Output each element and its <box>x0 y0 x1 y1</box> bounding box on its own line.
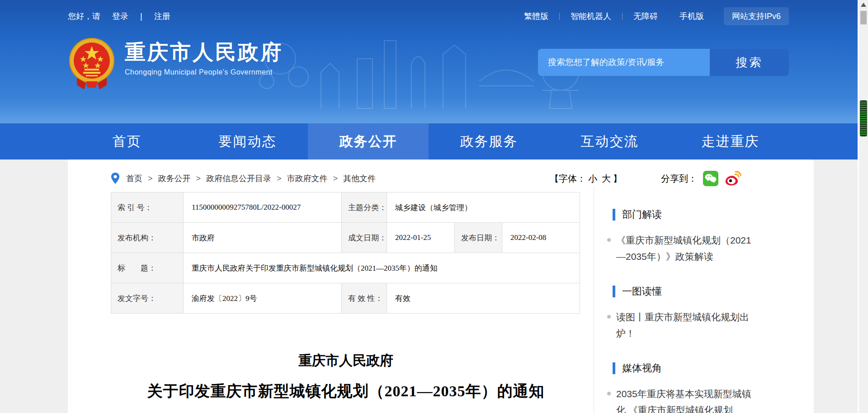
breadcrumb-separator: > <box>333 174 338 183</box>
sidebar-link-text: 《重庆市新型城镇化规划（2021—2035年）》政策解读 <box>616 232 760 265</box>
site-logo[interactable]: 重庆市人民政府 Chongqing Municipal People's Gov… <box>68 36 283 90</box>
sidebar-section-infographic: 一图读懂 <box>613 285 805 298</box>
doc-number-label: 发文字号： <box>111 283 184 314</box>
sidebar: 部门解读 《重庆市新型城镇化规划（2021—2035年）》政策解读 一图读懂 读… <box>604 208 805 413</box>
issuing-agency-label: 发布机构： <box>111 223 184 253</box>
section-title: 一图读懂 <box>622 285 662 298</box>
national-emblem-icon <box>68 36 116 90</box>
scrollbar-marker-widget <box>860 100 867 136</box>
breadcrumb-separator: > <box>277 174 282 183</box>
table-row: 标 题： 重庆市人民政府关于印发重庆市新型城镇化规划（2021—2035年）的通… <box>111 253 580 283</box>
login-link[interactable]: 登录 <box>112 11 128 22</box>
font-tool-prefix: 【字体： <box>550 173 586 185</box>
nav-item-interaction[interactable]: 互动交流 <box>549 123 670 160</box>
scroll-up-arrow-icon[interactable] <box>861 3 866 7</box>
breadcrumb-gov-disclosure[interactable]: 政务公开 <box>158 173 191 184</box>
document-issuer-title: 重庆市人民政府 <box>111 352 581 370</box>
smart-robot-link[interactable]: 智能机器人 <box>560 11 622 22</box>
font-tool-suffix: 】 <box>613 173 622 185</box>
breadcrumb-city-documents[interactable]: 市政府文件 <box>287 173 328 184</box>
title-label: 标 题： <box>111 253 184 283</box>
sidebar-link-text: 读图丨重庆市新型城镇化规划出炉！ <box>616 309 760 342</box>
section-title: 部门解读 <box>622 208 662 221</box>
breadcrumb-info-catalog[interactable]: 政府信息公开目录 <box>206 173 271 184</box>
site-title: 重庆市人民政府 <box>125 40 283 65</box>
search-box: 搜索 <box>538 49 789 76</box>
breadcrumb-home[interactable]: 首页 <box>126 173 142 184</box>
validity-label: 有 效 性： <box>342 283 387 314</box>
breadcrumb-separator: > <box>148 174 153 183</box>
share-label: 分享到： <box>661 173 697 185</box>
nav-item-about-chongqing[interactable]: 走进重庆 <box>670 123 791 160</box>
document-heading: 重庆市人民政府 关于印发重庆市新型城镇化规划（2021—2035年）的通知 渝府… <box>111 352 581 413</box>
table-row: 索 引 号： 11500000009275780L/2022-00027 主题分… <box>111 192 580 223</box>
font-size-tool: 【字体： 小 大 】 <box>550 173 622 185</box>
written-date-value: 2022-01-25 <box>387 223 455 253</box>
font-small-button[interactable]: 小 <box>588 173 597 185</box>
location-pin-icon <box>111 172 120 185</box>
sidebar-section-department-interpretation: 部门解读 <box>613 208 805 221</box>
main-nav: 首页 要闻动态 政务公开 政务服务 互动交流 走进重庆 <box>0 123 858 160</box>
search-input[interactable] <box>538 49 710 76</box>
publish-date-label: 发布日期： <box>455 223 502 253</box>
nav-item-news[interactable]: 要闻动态 <box>187 123 308 160</box>
main-content: 首页 > 政务公开 > 政府信息公开目录 > 市政府文件 > 其他文件 【字体：… <box>0 160 858 413</box>
scrollbar-thumb[interactable] <box>860 11 867 24</box>
top-utility-bar: 您好，请 登录 | 注册 繁體版 智能机器人 无障碍 手机版 网站支持IPv6 <box>0 0 858 33</box>
weibo-share-icon[interactable] <box>724 170 741 187</box>
vertical-scrollbar[interactable] <box>859 0 868 413</box>
nav-item-gov-services[interactable]: 政务服务 <box>429 123 549 160</box>
sidebar-link-media-article[interactable]: 2035年重庆将基本实现新型城镇化 《重庆市新型城镇化规划（2021—2035年… <box>604 386 805 413</box>
index-number-label: 索 引 号： <box>111 192 184 223</box>
search-button[interactable]: 搜索 <box>710 49 789 76</box>
bullet-dot-icon <box>607 238 611 242</box>
sidebar-section-media-view: 媒体视角 <box>613 361 805 375</box>
mobile-version-link[interactable]: 手机版 <box>669 11 715 22</box>
topic-category-label: 主题分类： <box>342 192 387 223</box>
nav-item-gov-disclosure[interactable]: 政务公开 <box>308 123 429 160</box>
sidebar-link-text: 2035年重庆将基本实现新型城镇化 《重庆市新型城镇化规划（2021—2035年… <box>616 386 760 413</box>
sidebar-link-policy-interpretation[interactable]: 《重庆市新型城镇化规划（2021—2035年）》政策解读 <box>604 232 805 265</box>
sidebar-divider <box>594 187 594 413</box>
register-link[interactable]: 注册 <box>154 11 170 22</box>
written-date-label: 成文日期： <box>342 223 387 253</box>
sidebar-link-infographic[interactable]: 读图丨重庆市新型城镇化规划出炉！ <box>604 309 805 342</box>
login-register-divider: | <box>140 12 142 21</box>
table-row: 发文字号： 渝府发〔2022〕9号 有 效 性： 有效 <box>111 283 580 314</box>
breadcrumb: 首页 > 政务公开 > 政府信息公开目录 > 市政府文件 > 其他文件 【字体：… <box>111 169 741 188</box>
publish-date-value: 2022-02-08 <box>502 223 580 253</box>
table-row: 发布机构： 市政府 成文日期： 2022-01-25 发布日期： 2022-02… <box>111 223 580 253</box>
breadcrumb-other-documents[interactable]: 其他文件 <box>343 173 376 184</box>
greeting-text: 您好，请 <box>68 11 100 22</box>
section-accent-bar <box>613 286 615 297</box>
nav-item-home[interactable]: 首页 <box>66 123 187 160</box>
accessibility-link[interactable]: 无障碍 <box>623 11 669 22</box>
bullet-dot-icon <box>607 392 611 395</box>
section-accent-bar <box>613 209 615 221</box>
section-title: 媒体视角 <box>622 361 662 375</box>
title-value: 重庆市人民政府关于印发重庆市新型城镇化规划（2021—2035年）的通知 <box>184 253 580 283</box>
content-card: 首页 > 政务公开 > 政府信息公开目录 > 市政府文件 > 其他文件 【字体：… <box>68 160 814 413</box>
issuing-agency-value: 市政府 <box>184 223 342 253</box>
doc-number-value: 渝府发〔2022〕9号 <box>184 283 342 314</box>
bullet-dot-icon <box>607 315 611 319</box>
document-main-title: 关于印发重庆市新型城镇化规划（2021—2035年）的通知 <box>111 381 581 402</box>
site-subtitle: Chongqing Municipal People's Government <box>125 68 283 76</box>
section-accent-bar <box>613 362 615 374</box>
wechat-share-icon[interactable] <box>703 170 719 187</box>
font-large-button[interactable]: 大 <box>602 173 611 185</box>
index-number-value: 11500000009275780L/2022-00027 <box>184 192 342 223</box>
validity-value: 有效 <box>387 283 580 314</box>
topic-category-value: 城乡建设（城乡管理） <box>387 192 580 223</box>
traditional-chinese-link[interactable]: 繁體版 <box>513 11 559 22</box>
page: 您好，请 登录 | 注册 繁體版 智能机器人 无障碍 手机版 网站支持IPv6 <box>0 0 868 413</box>
breadcrumb-separator: > <box>196 174 201 183</box>
document-metadata-table: 索 引 号： 11500000009275780L/2022-00027 主题分… <box>111 192 580 314</box>
ipv6-badge[interactable]: 网站支持IPv6 <box>724 7 789 25</box>
header: 您好，请 登录 | 注册 繁體版 智能机器人 无障碍 手机版 网站支持IPv6 <box>0 0 858 123</box>
